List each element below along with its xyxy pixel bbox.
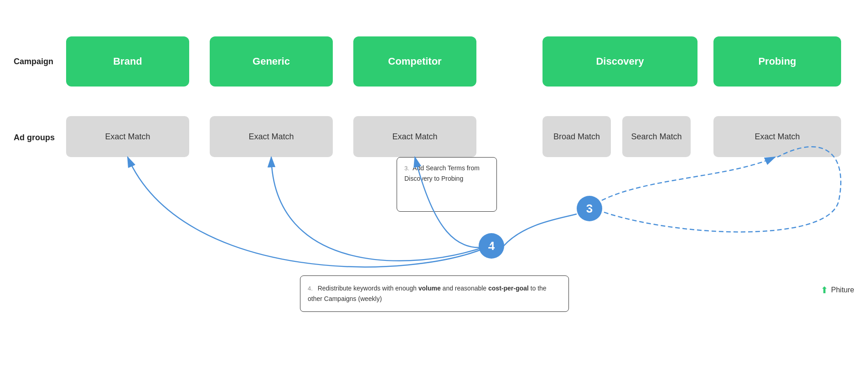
badge-4: 4 [479,233,504,259]
campaign-probing: Probing [713,36,841,87]
annotation-4: 4. Redistribute keywords with enough vol… [300,275,569,312]
adgroup-generic-exact: Exact Match [210,116,333,157]
campaign-brand: Brand [66,36,189,87]
phiture-icon: ⬆ [821,285,828,295]
adgroup-broad-match: Broad Match [542,116,611,157]
adgroup-probing-exact: Exact Match [713,116,841,157]
adgroups-label: Ad groups [14,133,55,143]
phiture-label: Phiture [831,286,854,294]
campaign-generic: Generic [210,36,333,87]
phiture-logo: ⬆ Phiture [821,285,854,295]
adgroup-search-match: Search Match [622,116,691,157]
campaign-discovery: Discovery [542,36,698,87]
adgroup-competitor-exact: Exact Match [353,116,476,157]
campaign-label: Campaign [14,57,53,66]
campaign-competitor: Competitor [353,36,476,87]
annotation-3: 3. Add Search Terms from Discovery to Pr… [397,157,497,212]
adgroup-brand-exact: Exact Match [66,116,189,157]
badge-3: 3 [577,196,602,221]
